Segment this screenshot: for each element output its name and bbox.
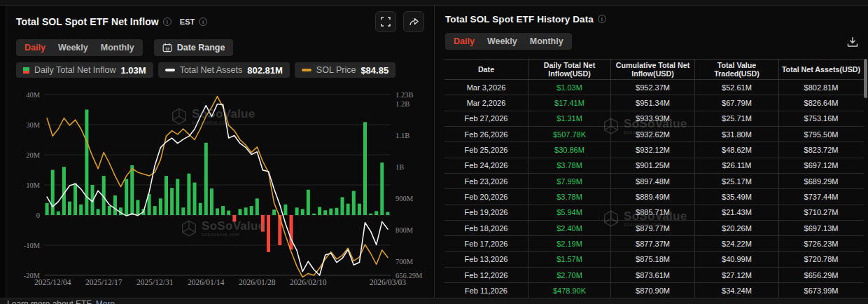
value-cell: $656.29M xyxy=(779,268,863,282)
tab-weekly[interactable]: Weekly xyxy=(58,43,88,53)
date-cell: Feb 11,2026 xyxy=(444,283,528,298)
date-cell: Feb 20,2026 xyxy=(444,189,528,204)
legend-value: 1.03M xyxy=(121,65,146,76)
info-icon[interactable]: i xyxy=(598,15,606,23)
date-cell: Feb 17,2026 xyxy=(444,236,528,251)
value-cell: $52.61M xyxy=(695,80,779,95)
svg-text:30M: 30M xyxy=(26,121,41,129)
svg-text:1.2B: 1.2B xyxy=(396,100,410,108)
value-cell: $726.23M xyxy=(779,236,863,251)
share-icon xyxy=(409,17,419,27)
value-cell: $17.41M xyxy=(528,95,611,110)
value-cell: $507.78K xyxy=(528,127,611,141)
svg-text:2025/12/17: 2025/12/17 xyxy=(85,278,122,286)
value-cell: $697.13M xyxy=(779,221,863,235)
share-button[interactable] xyxy=(403,11,424,32)
table-panel-header: Total SOL Spot ETF History Data i xyxy=(445,11,858,27)
value-cell: $26.11M xyxy=(695,158,779,173)
svg-text:700M: 700M xyxy=(396,258,414,265)
value-cell: $478.90K xyxy=(528,283,611,298)
date-range-label: Date Range xyxy=(177,43,225,53)
value-cell: $877.37M xyxy=(611,236,695,251)
date-cell: Feb 27,2026 xyxy=(444,111,528,126)
table-scrollbar xyxy=(864,59,867,303)
white-dash-swatch-icon xyxy=(165,69,175,71)
table-row: Feb 26,2026$507.78K$932.62M$31.80M$795.5… xyxy=(444,127,864,142)
date-cell: Feb 18,2026 xyxy=(444,221,528,235)
legend-total-net-assets[interactable]: Total Net Assets 802.81M xyxy=(158,62,290,78)
svg-text:12: 12 xyxy=(165,47,169,51)
table-row: Feb 19,2026$5.94M$885.71M$21.43M$710.27M xyxy=(444,205,864,221)
value-cell: $48.62M xyxy=(695,142,779,157)
value-cell: $30.86M xyxy=(528,142,611,157)
value-cell: $720.78M xyxy=(779,252,863,267)
svg-text:0: 0 xyxy=(36,212,40,219)
table-row: Feb 23,2026$7.99M$897.48M$25.17M$689.29M xyxy=(444,174,864,189)
svg-text:1.23B: 1.23B xyxy=(396,91,413,99)
value-cell: $35.49M xyxy=(695,189,779,204)
date-cell: Mar 3,2026 xyxy=(444,80,528,95)
svg-text:1.1B: 1.1B xyxy=(396,132,410,139)
more-link[interactable]: More xyxy=(96,299,115,304)
download-button[interactable] xyxy=(847,36,858,50)
table-row: Feb 27,2026$1.31M$933.93M$25.71M$753.16M xyxy=(444,111,864,127)
svg-text:40M: 40M xyxy=(26,91,41,99)
column-header: Total Net Assets(USD) xyxy=(779,60,863,79)
column-header: Date xyxy=(444,60,528,79)
value-cell: $673.99M xyxy=(779,283,863,298)
orange-dash-swatch-icon xyxy=(302,69,312,71)
value-cell: $826.64M xyxy=(779,95,863,110)
value-cell: $2.19M xyxy=(528,236,611,251)
svg-text:20M: 20M xyxy=(26,151,41,159)
download-icon xyxy=(847,36,858,48)
value-cell: $67.79M xyxy=(695,95,779,110)
table-row: Feb 11,2026$478.90K$870.90M$34.24M$673.9… xyxy=(444,283,864,298)
value-cell: $1.31M xyxy=(528,111,611,126)
svg-text:-10M: -10M xyxy=(24,242,41,249)
table-row: Feb 13,2026$1.57M$875.18M$40.99M$720.78M xyxy=(444,252,864,268)
date-range-button[interactable]: 12 Date Range xyxy=(154,39,234,56)
date-cell: Feb 24,2026 xyxy=(444,158,528,173)
svg-text:2025/12/31: 2025/12/31 xyxy=(136,278,174,286)
value-cell: $3.78M xyxy=(528,158,611,173)
value-cell: $932.62M xyxy=(611,127,695,141)
value-cell: $5.94M xyxy=(528,205,611,220)
fullscreen-button[interactable] xyxy=(375,11,396,32)
table-row: Mar 3,2026$1.03M$952.37M$52.61M$802.81M xyxy=(444,80,864,95)
svg-text:10M: 10M xyxy=(26,181,41,189)
footer-bar: Learn more about ETF,More xyxy=(0,298,868,304)
legend-value: 802.81M xyxy=(247,65,283,76)
tab-weekly[interactable]: Weekly xyxy=(487,36,517,46)
svg-text:2026/03/03: 2026/03/03 xyxy=(370,278,407,286)
value-cell: $889.49M xyxy=(611,189,695,204)
table-row: Feb 18,2026$2.40M$879.77M$20.26M$697.13M xyxy=(444,221,864,236)
value-cell: $2.40M xyxy=(528,221,611,235)
inflow-chart: 40M30M20M10M0-10M-20M1.23B1.2B1.1B1B900M… xyxy=(6,87,435,293)
table-row: Mar 2,2026$17.41M$951.34M$67.79M$826.64M xyxy=(444,95,864,111)
value-cell: $3.78M xyxy=(528,189,611,204)
value-cell: $710.27M xyxy=(779,205,863,220)
value-cell: $897.48M xyxy=(611,174,695,188)
legend-sol-price[interactable]: SOL Price $84.85 xyxy=(295,62,396,78)
table-row: Feb 12,2026$2.70M$873.61M$27.12M$656.29M xyxy=(444,268,864,283)
svg-text:2026/01/14: 2026/01/14 xyxy=(188,278,225,286)
value-cell: $1.57M xyxy=(528,252,611,267)
table-row: Feb 20,2026$3.78M$889.49M$35.49M$737.44M xyxy=(444,189,864,205)
info-icon[interactable]: i xyxy=(199,18,207,26)
tab-daily[interactable]: Daily xyxy=(24,43,46,53)
tab-monthly[interactable]: Monthly xyxy=(101,43,134,53)
chart-area[interactable]: 40M30M20M10M0-10M-20M1.23B1.2B1.1B1B900M… xyxy=(6,87,435,293)
chart-period-tabs: Daily Weekly Monthly xyxy=(16,39,143,56)
chart-legend: Daily Total Net Inflow 1.03M Total Net A… xyxy=(16,62,424,78)
info-icon[interactable]: i xyxy=(163,18,172,26)
value-cell: $823.72M xyxy=(779,142,863,157)
legend-daily-net-inflow[interactable]: Daily Total Net Inflow 1.03M xyxy=(16,62,153,78)
svg-text:2026/02/10: 2026/02/10 xyxy=(290,278,327,286)
tab-daily[interactable]: Daily xyxy=(454,36,475,46)
date-cell: Feb 12,2026 xyxy=(444,268,528,282)
value-cell: $795.50M xyxy=(779,127,863,141)
value-cell: $27.12M xyxy=(695,268,779,282)
value-cell: $879.77M xyxy=(611,221,695,235)
tab-monthly[interactable]: Monthly xyxy=(530,36,564,46)
scrollbar-thumb[interactable] xyxy=(864,59,867,98)
